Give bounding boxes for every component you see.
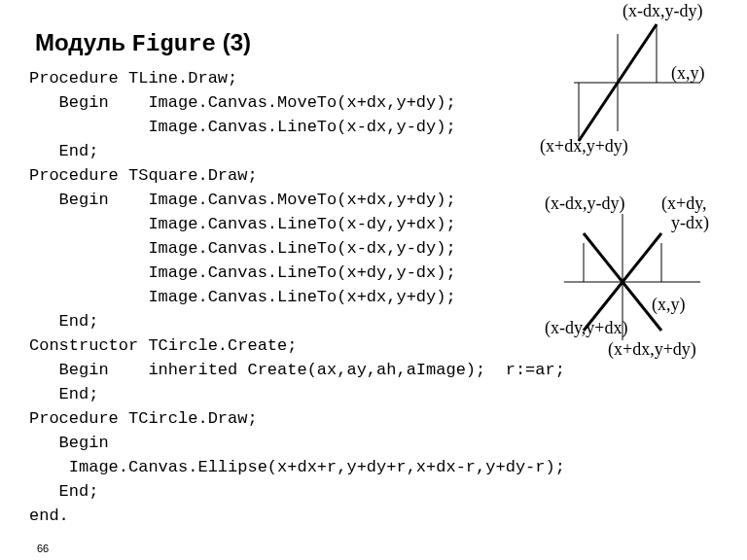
title-keyword: Figure <box>132 31 216 57</box>
diag2-label-bottomright: (x+dx,y+dy) <box>608 339 696 360</box>
diag1-label-center: (x,y) <box>671 63 705 84</box>
diag2-label-topright1: (x+dy, <box>661 193 706 214</box>
square-diagram: (x-dx,y-dy) (x+dy, y-dx) (x,y) (x-dy,y+d… <box>554 190 747 384</box>
line-diagram: (x-dx,y-dy) (x,y) (x+dx,y+dy) <box>554 5 747 175</box>
diag2-label-topleft: (x-dx,y-dy) <box>545 193 624 214</box>
diag2-label-topright2: y-dx) <box>671 213 709 233</box>
code-block: Procedure TLine.Draw; Begin Image.Canvas… <box>29 66 565 528</box>
slide: Модуль Figure (3) Procedure TLine.Draw; … <box>0 0 747 560</box>
title-prefix: Модуль <box>35 29 132 55</box>
diag2-label-bottomleft: (x-dy,y+dx) <box>545 318 627 338</box>
page-number: 66 <box>37 542 49 554</box>
diag2-label-center: (x,y) <box>652 295 686 315</box>
title-suffix: (3) <box>216 29 251 55</box>
diag1-label-topleft: (x-dx,y-dy) <box>622 1 702 21</box>
diag1-label-bottomright: (x+dx,y+dy) <box>540 136 628 157</box>
slide-title: Модуль Figure (3) <box>35 29 251 57</box>
